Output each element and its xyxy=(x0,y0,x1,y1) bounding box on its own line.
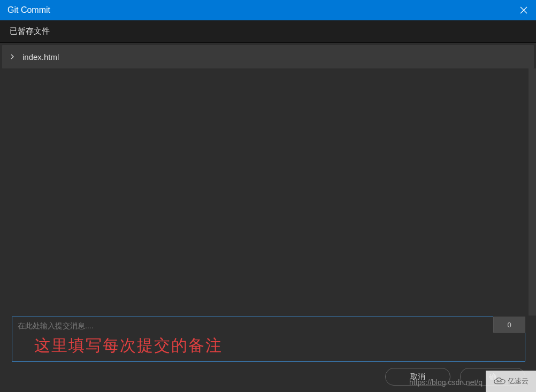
titlebar: Git Commit xyxy=(0,0,536,20)
staged-files-label: 已暂存文件 xyxy=(10,26,50,36)
cancel-button[interactable]: 取消 xyxy=(385,368,450,386)
scrollbar[interactable] xyxy=(529,68,536,316)
char-count-badge: 0 xyxy=(493,317,525,333)
diff-content-area xyxy=(0,68,536,316)
close-icon xyxy=(520,6,527,14)
file-list: index.html xyxy=(0,43,536,68)
staged-files-header: 已暂存文件 xyxy=(0,20,536,43)
dialog-footer: 取消 确 xyxy=(385,368,525,386)
commit-message-container: 0 这里填写每次提交的备注 xyxy=(12,317,525,362)
close-button[interactable] xyxy=(511,0,536,20)
file-row[interactable]: index.html xyxy=(2,45,534,68)
chevron-right-icon xyxy=(10,54,15,59)
commit-message-input[interactable] xyxy=(12,317,525,362)
window-title: Git Commit xyxy=(7,5,50,15)
confirm-button[interactable]: 确 xyxy=(460,368,525,386)
file-name: index.html xyxy=(22,52,59,62)
